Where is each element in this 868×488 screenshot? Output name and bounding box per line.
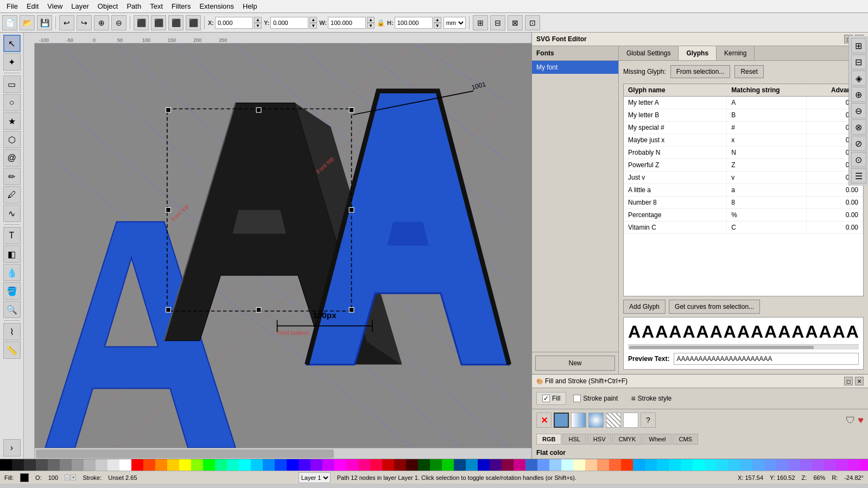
palette-color-cell[interactable] (358, 459, 370, 471)
right-tool-1[interactable]: ⊞ (851, 38, 866, 53)
palette-color-cell[interactable] (657, 459, 669, 471)
table-row[interactable]: Probably N N 0.00 (624, 147, 863, 159)
palette-color-cell[interactable] (490, 459, 502, 471)
hsl-tab[interactable]: HSL (562, 434, 586, 445)
rect-tool[interactable]: ▭ (3, 75, 21, 93)
spiral-tool[interactable]: @ (3, 149, 21, 167)
palette-color-cell[interactable] (203, 459, 215, 471)
palette-color-cell[interactable] (633, 459, 645, 471)
palette-color-cell[interactable] (382, 459, 394, 471)
canvas-content[interactable]: 1001 100px Font top Font bottom Font top (35, 43, 531, 448)
palette-color-cell[interactable] (370, 459, 382, 471)
stroke-style-tab[interactable]: ≡ Stroke style (625, 391, 677, 405)
palette-color-cell[interactable] (836, 459, 848, 471)
wheel-tab[interactable]: Wheel (643, 434, 671, 445)
palette-color-cell[interactable] (394, 459, 406, 471)
align-left-button[interactable]: ⬛ (134, 15, 149, 30)
new-font-button[interactable]: New (535, 356, 615, 371)
palette-color-cell[interactable] (788, 459, 800, 471)
new-file-button[interactable]: 📄 (2, 15, 17, 30)
right-tool-8[interactable]: ⊙ (851, 152, 866, 167)
right-tool-7[interactable]: ⊘ (851, 136, 866, 151)
palette-color-cell[interactable] (525, 459, 537, 471)
fill-stroke-close[interactable]: ✕ (855, 377, 864, 385)
palette-color-cell[interactable] (764, 459, 776, 471)
palette-color-cell[interactable] (514, 459, 525, 471)
table-row[interactable]: Maybe just x x 0.00 (624, 134, 863, 147)
palette-color-cell[interactable] (287, 459, 299, 471)
table-row[interactable]: My letter A A 0.00 (624, 97, 863, 109)
gradient-tool[interactable]: ◧ (3, 245, 21, 263)
palette-color-cell[interactable] (215, 459, 227, 471)
y-input[interactable] (270, 17, 308, 29)
palette-color-cell[interactable] (406, 459, 418, 471)
palette-color-cell[interactable] (48, 459, 60, 471)
palette-color-cell[interactable] (107, 459, 119, 471)
font-item-my-font[interactable]: My font (532, 61, 618, 74)
menu-filters[interactable]: Filters (167, 1, 195, 11)
align-top-button[interactable]: ⬛ (186, 15, 201, 30)
unit-select[interactable]: mm px pt (443, 17, 466, 29)
swatch-button[interactable] (623, 413, 638, 428)
palette-color-cell[interactable] (776, 459, 788, 471)
table-row[interactable]: Vitamin C C 0.00 (624, 221, 863, 234)
zoom-out-button[interactable]: ⊖ (111, 15, 126, 30)
scrollbar-thumb-h[interactable] (36, 449, 334, 458)
opacity-decrease[interactable]: - (65, 474, 69, 480)
palette-color-cell[interactable] (824, 459, 836, 471)
snap-btn-1[interactable]: ⊞ (473, 15, 488, 30)
palette-color-cell[interactable] (549, 459, 561, 471)
3d-box-tool[interactable]: ⬡ (3, 131, 21, 148)
canvas-svg[interactable]: 1001 100px Font top Font bottom Font top (35, 43, 531, 448)
menu-layer[interactable]: Layer (67, 1, 93, 11)
palette-color-cell[interactable] (573, 459, 585, 471)
palette-color-cell[interactable] (311, 459, 322, 471)
palette-color-cell[interactable] (728, 459, 740, 471)
right-tool-5[interactable]: ⊖ (851, 103, 866, 118)
palette-color-cell[interactable] (752, 459, 764, 471)
horizontal-scrollbar[interactable] (35, 448, 531, 459)
palette-color-cell[interactable] (705, 459, 717, 471)
table-row[interactable]: Just v v 0.00 (624, 172, 863, 184)
from-selection-button[interactable]: From selection... (670, 65, 731, 78)
palette-color-cell[interactable] (812, 459, 824, 471)
palette-color-cell[interactable] (609, 459, 621, 471)
palette-color-cell[interactable] (167, 459, 179, 471)
undo-button[interactable]: ↩ (59, 15, 74, 30)
palette-color-cell[interactable] (72, 459, 84, 471)
palette-color-cell[interactable] (621, 459, 633, 471)
connector-tool[interactable]: ⌇ (3, 323, 21, 340)
palette-color-cell[interactable] (334, 459, 346, 471)
palette-color-cell[interactable] (645, 459, 657, 471)
reset-button[interactable]: Reset (734, 65, 763, 78)
linear-gradient-button[interactable] (571, 413, 586, 428)
tab-kerning[interactable]: Kerning (717, 46, 755, 60)
right-tool-6[interactable]: ⊗ (851, 119, 866, 135)
stroke-paint-checkbox[interactable] (573, 395, 581, 402)
zoom-tool[interactable]: 🔍 (3, 301, 21, 318)
paint-bucket-tool[interactable]: 🪣 (3, 282, 21, 300)
right-tool-4[interactable]: ⊕ (851, 87, 866, 102)
menu-object[interactable]: Object (93, 1, 123, 11)
hsv-tab[interactable]: HSV (587, 434, 612, 445)
palette-color-cell[interactable] (537, 459, 549, 471)
palette-color-cell[interactable] (693, 459, 705, 471)
right-tool-9[interactable]: ☰ (851, 168, 866, 183)
h-input[interactable] (395, 17, 433, 29)
tab-global-settings[interactable]: Global Settings (619, 46, 679, 60)
menu-extensions[interactable]: Extensions (195, 1, 238, 11)
table-row[interactable]: My special # # 0.00 (624, 122, 863, 134)
palette-color-cell[interactable] (597, 459, 609, 471)
palette-color-cell[interactable] (179, 459, 191, 471)
unknown-paint-button[interactable]: ? (641, 413, 656, 428)
text-tool[interactable]: T (3, 227, 21, 244)
fill-tab[interactable]: ✓ Fill (536, 392, 566, 405)
fill-tab-checkbox[interactable]: ✓ (542, 395, 550, 402)
palette-color-cell[interactable] (155, 459, 167, 471)
select-tool[interactable]: ↖ (3, 35, 21, 52)
glyph-rows[interactable]: My letter A A 0.00 My letter B B 0.00 My… (624, 97, 863, 234)
snap-btn-4[interactable]: ⊡ (525, 15, 540, 30)
palette-color-cell[interactable] (227, 459, 239, 471)
cms-tab[interactable]: CMS (673, 434, 698, 445)
expand-tool-panel[interactable]: › (3, 439, 21, 457)
